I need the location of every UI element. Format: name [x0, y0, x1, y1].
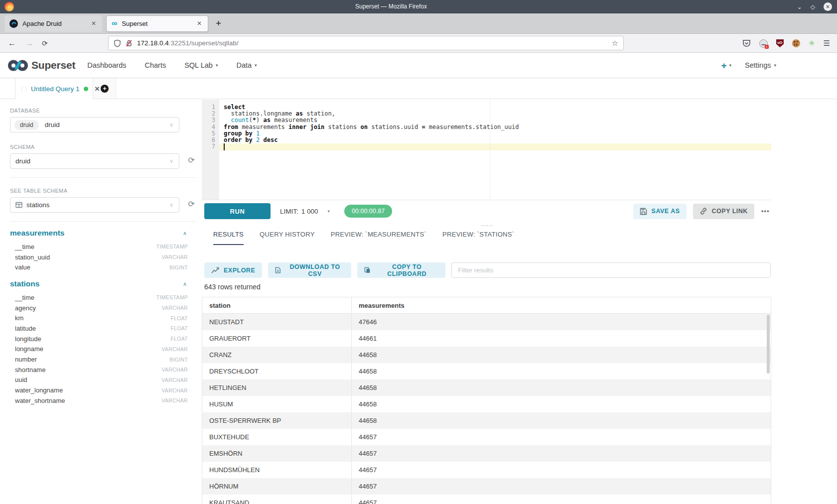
collapse-caret-icon[interactable]: ∧	[183, 230, 187, 237]
tab-close-icon[interactable]: ✕	[196, 20, 203, 27]
results-tab-4[interactable]: PREVIEW: `STATIONS`	[442, 231, 514, 245]
limit-label: LIMIT:	[280, 208, 298, 215]
explore-button[interactable]: EXPLORE	[204, 262, 262, 278]
drag-handle-icon[interactable]: ⋮⋮	[19, 86, 27, 92]
minimize-icon[interactable]: ⌄	[797, 4, 802, 10]
chevron-down-icon: ▾	[216, 63, 218, 68]
superset-brand[interactable]: Superset	[7, 59, 75, 72]
table-icon	[15, 202, 22, 208]
limit-dropdown[interactable]: LIMIT: 1 000 ▾	[280, 208, 330, 215]
nav-item-charts[interactable]: Charts	[144, 61, 166, 69]
schema-column-row: __timeTIMESTAMP	[10, 242, 188, 252]
reload-icon[interactable]: ⟳	[42, 38, 48, 49]
table-scrollbar-thumb[interactable]	[767, 315, 770, 374]
nav-item-sql-lab[interactable]: SQL Lab▾	[184, 61, 218, 69]
save-as-button[interactable]: SAVE AS	[633, 204, 687, 219]
column-name: water_shortname	[15, 397, 65, 404]
tracking-shield-icon[interactable]	[114, 39, 121, 47]
column-header-station[interactable]: station	[202, 297, 352, 313]
insecure-lock-icon[interactable]	[126, 39, 133, 47]
schema-column-row: station_uuidVARCHAR	[10, 252, 188, 262]
profile-extension-icon[interactable]	[759, 39, 768, 48]
refresh-tables-icon[interactable]: ⟳	[188, 200, 195, 208]
browser-tab-apache-druid[interactable]: Apache Druid ✕	[4, 15, 102, 32]
run-button[interactable]: RUN	[204, 203, 271, 219]
browser-tab-strip: Apache Druid ✕ ∞ Superset ✕ +	[0, 13, 837, 34]
results-tab-label: PREVIEW: `STATIONS`	[442, 231, 514, 238]
navbar-right: + ▾ Settings ▾	[721, 61, 776, 70]
schema-table-heading-measurements[interactable]: measurements∧	[10, 229, 188, 238]
schema-column-row: uuidVARCHAR	[10, 375, 188, 385]
refresh-schema-icon[interactable]: ⟳	[188, 156, 195, 164]
cell-station: HÖRNUM	[202, 478, 352, 495]
query-tab-untitled-query-1[interactable]: ⋮⋮ Untitled Query 1 ✕	[15, 78, 93, 99]
results-tab-3[interactable]: PREVIEW: `MEASUREMENTS`	[331, 231, 426, 245]
url-path: :32251/superset/sqllab/	[169, 39, 239, 47]
asterisk-extension-icon[interactable]: ✳	[809, 39, 815, 48]
browser-tab-superset[interactable]: ∞ Superset ✕	[106, 15, 208, 32]
download-csv-label: DOWNLOAD TO CSV	[285, 263, 344, 277]
back-icon[interactable]: ←	[8, 38, 16, 49]
cell-measurements: 44658	[352, 347, 771, 363]
results-tab-1[interactable]: RESULTS	[213, 231, 244, 245]
sql-editor[interactable]: 1234567 select stations.longname as stat…	[202, 100, 771, 200]
table-select[interactable]: stations ∨	[10, 197, 179, 213]
hamburger-menu-icon[interactable]: ☰	[824, 39, 830, 48]
code-token: desc	[264, 136, 278, 143]
column-name: value	[15, 263, 30, 271]
schema-table-heading-stations[interactable]: stations∧	[10, 279, 188, 288]
nav-item-dashboards[interactable]: Dashboards	[87, 61, 126, 69]
window-close-icon[interactable]: ✕	[824, 2, 832, 11]
code-line: group by 1	[219, 130, 771, 137]
nav-item-label: Data	[236, 61, 252, 69]
table-row: EMSHÖRN44657	[202, 445, 771, 462]
tab-close-icon[interactable]: ✕	[90, 20, 97, 27]
results-tab-2[interactable]: QUERY HISTORY	[260, 231, 315, 245]
code-token	[253, 136, 256, 143]
copy-link-button[interactable]: COPY LINK	[693, 204, 754, 219]
table-row: HUSUM44658	[202, 396, 771, 412]
schema-select[interactable]: druid ∨	[10, 153, 179, 169]
table-row: DREYSCHLOOT44658	[202, 363, 771, 379]
column-name: water_longname	[15, 386, 63, 394]
code-token: =	[421, 124, 425, 130]
copy-icon	[364, 266, 371, 274]
results-actions: EXPLORE DOWNLOAD TO CSV COPY TO CLIPBOAR…	[204, 262, 771, 278]
column-name: station_uuid	[15, 253, 50, 261]
query-tab-close-icon[interactable]: ✕	[95, 85, 100, 93]
more-options-icon[interactable]: •••	[761, 208, 770, 215]
new-item-button[interactable]: + ▾	[721, 61, 731, 70]
code-token: select	[224, 104, 245, 111]
column-name: longitude	[15, 335, 41, 343]
filter-results-input[interactable]	[451, 262, 771, 278]
nav-item-data[interactable]: Data▾	[236, 61, 257, 69]
settings-menu[interactable]: Settings ▾	[745, 61, 776, 69]
row-count-text: 643 rows returned	[204, 283, 261, 291]
table-row: KRAUTSAND44657	[202, 495, 771, 504]
ublock-shield-icon[interactable]: uO	[776, 39, 784, 47]
results-tab-label: QUERY HISTORY	[260, 231, 315, 238]
url-bar[interactable]: 172.18.0.4:32251/superset/sqllab/ ☆	[108, 36, 624, 50]
cookie-icon[interactable]	[792, 39, 800, 47]
download-csv-button[interactable]: DOWNLOAD TO CSV	[268, 262, 351, 278]
maximize-icon[interactable]: ◇	[811, 4, 815, 10]
pocket-icon[interactable]	[742, 39, 751, 47]
new-tab-button[interactable]: +	[216, 18, 221, 29]
column-name: shortname	[15, 366, 45, 374]
chevron-down-icon: ∨	[169, 202, 173, 208]
sql-editor-lines[interactable]: select stations.longname as station, cou…	[219, 100, 771, 200]
column-header-measurements[interactable]: measurements	[352, 297, 771, 313]
cell-station: HUSUM	[202, 396, 352, 412]
bookmark-star-icon[interactable]: ☆	[612, 39, 618, 48]
collapse-caret-icon[interactable]: ∧	[183, 281, 187, 287]
code-token	[260, 136, 263, 143]
browser-tab-label: Superset	[122, 20, 196, 27]
line-number: 3	[202, 117, 219, 124]
code-token: as	[296, 110, 303, 117]
database-select[interactable]: druid druid ∨	[10, 117, 179, 132]
schema-column-row: longnameVARCHAR	[10, 344, 188, 355]
schema-label: SCHEMA	[10, 144, 197, 150]
copy-to-clipboard-button[interactable]: COPY TO CLIPBOARD	[357, 262, 445, 278]
forward-icon: →	[25, 38, 33, 49]
pane-resize-handle-icon[interactable]: ⋯⋯	[481, 222, 493, 229]
